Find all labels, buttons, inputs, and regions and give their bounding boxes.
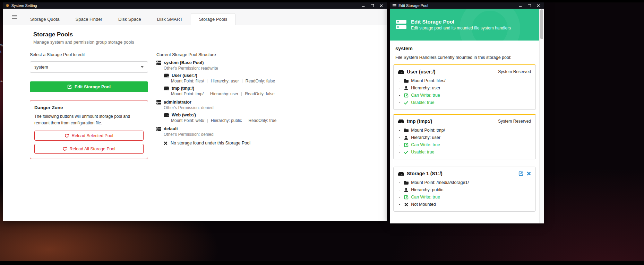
edit-window-titlebar[interactable]: Edit Storage Pool (390, 2, 544, 9)
desktop-icon-label-fragment: t (0, 50, 1, 53)
pool-name: administrator (164, 100, 191, 105)
tab-disk-space[interactable]: Disk Space (110, 13, 149, 25)
edit-pool-header-banner: Edit Storage Pool Edit storage pool and … (390, 9, 539, 41)
handler-card-storage1: Storage 1 (S1:/) Mount Point: /media/sto… (393, 167, 536, 212)
server-icon (156, 127, 161, 131)
folder-icon (403, 79, 409, 83)
storage-pool-select[interactable]: system (30, 61, 148, 73)
handler-cards: User (user:/) System Reserved Mount Poin… (393, 64, 536, 212)
handler-card-tmp: tmp (tmp:/) System Reserved Mount Point:… (393, 114, 536, 159)
danger-zone-title: Danger Zone (34, 105, 144, 110)
maximize-button[interactable] (371, 4, 374, 7)
user-icon (403, 135, 409, 140)
folder-icon (403, 129, 409, 132)
server-icon (156, 100, 161, 105)
menu-icon (393, 4, 396, 7)
reload-all-storage-pool-button[interactable]: Reload All Storage Pool (34, 144, 144, 154)
close-button[interactable] (537, 4, 540, 7)
usable-text: Usable: true (411, 100, 434, 105)
storage-name: tmp (tmp:/) (172, 86, 194, 91)
pool-permission: Other's Permission: denied (164, 132, 364, 137)
selected-pool-value: system (34, 65, 48, 70)
empty-pool-message: No storage found under this Storage Pool (171, 141, 250, 145)
pool-administrator: administrator Other's Permission: denied… (156, 100, 364, 123)
scrollbar-track[interactable] (539, 9, 544, 223)
system-setting-titlebar[interactable]: ⚙ System Setting (3, 2, 387, 9)
readonly: ReadOnly: true (248, 118, 276, 123)
system-reserved-badge: System Reserved (498, 69, 531, 74)
maximize-button[interactable] (528, 4, 531, 7)
tab-disk-smart[interactable]: Disk SMART (149, 13, 191, 25)
divider (207, 92, 207, 96)
divider (242, 79, 242, 83)
reload-selected-pool-button[interactable]: Reload Selected Pool (34, 131, 144, 141)
danger-zone-description: The following buttons will unmount stora… (34, 113, 142, 126)
not-mounted-text: Not Mounted (411, 202, 436, 207)
readonly: ReadOnly: false (246, 79, 275, 83)
hierarchy-text: Hierarchy: user (411, 135, 440, 140)
pool-default: default Other's Permission: denied No st… (156, 126, 364, 145)
mount-point-text: Mount Point: files/ (411, 78, 445, 83)
taskbar (0, 261, 644, 265)
desktop-top-strip (0, 0, 644, 2)
edit-pool-content: Edit Storage Pool Edit storage pool and … (390, 9, 539, 223)
storage-user: User (user:/) Mount Point: files/ Hierar… (164, 73, 364, 83)
pool-permission: Other's Permission: readwrite (164, 66, 364, 71)
menu-icon[interactable] (6, 9, 22, 25)
scrollbar-thumb[interactable] (540, 9, 543, 39)
tab-storage-pools[interactable]: Storage Pools (191, 13, 236, 25)
edit-icon (403, 143, 409, 147)
tab-storage-quota[interactable]: Storage Quota (22, 13, 68, 25)
handler-card-user: User (user:/) System Reserved Mount Poin… (393, 64, 536, 110)
edit-storage-pool-button-label: Edit Storage Pool (75, 85, 111, 89)
folder-icon (403, 181, 409, 185)
handlers-label: File System Handlers currently mounted i… (395, 55, 534, 60)
check-icon (403, 101, 409, 105)
hdd-icon (164, 86, 169, 90)
can-write-text: Can Write: true (411, 142, 440, 147)
edit-icon (67, 85, 72, 89)
system-reserved-badge: System Reserved (498, 119, 531, 124)
minimize-button[interactable] (362, 4, 365, 7)
refresh-icon (62, 147, 67, 151)
divider (245, 119, 245, 123)
handler-title: tmp (tmp:/) (407, 118, 432, 124)
pool-system: system (Base Pool) Other's Permission: r… (156, 60, 364, 96)
server-icon (156, 61, 161, 65)
hierarchy-text: Hierarchy: public (411, 187, 443, 192)
user-icon (403, 86, 409, 90)
check-icon (403, 150, 409, 154)
edit-storage-pool-window: Edit Storage Pool Edit Storage Pool Edit… (390, 2, 544, 223)
reload-all-storage-pool-label: Reload All Storage Pool (69, 147, 115, 151)
page-title: Storage Pools (33, 31, 73, 38)
divider (241, 92, 242, 96)
divider (207, 79, 207, 83)
storage-pool-tree: system (Base Pool) Other's Permission: r… (156, 60, 364, 149)
page-subtitle: Manage system and permission group stora… (33, 40, 134, 45)
reload-selected-pool-label: Reload Selected Pool (71, 133, 113, 138)
banner-watermark (460, 9, 520, 41)
close-button[interactable] (380, 4, 383, 7)
gear-icon: ⚙ (6, 3, 9, 8)
mount-point: Mount Point: web/ (171, 118, 204, 123)
select-pool-label: Select a Storage Pool to edit (30, 52, 85, 57)
mount-point: Mount Point: files/ (171, 79, 204, 83)
minimize-button[interactable] (519, 4, 522, 7)
refresh-icon (65, 133, 69, 138)
structure-label: Current Storage Pool Structure (156, 52, 216, 57)
hdd-icon (398, 119, 404, 124)
tab-space-finder[interactable]: Space Finder (68, 13, 110, 25)
handler-title: User (user:/) (407, 69, 435, 74)
hdd-icon (398, 70, 404, 74)
hierarchy: Hierarchy: public (211, 118, 242, 123)
hierarchy: Hierarchy: user (210, 91, 238, 96)
mount-point-text: Mount Point: /media/storage1/ (411, 180, 469, 185)
remove-storage-button[interactable] (527, 171, 531, 176)
pool-permission: Other's Permission: denied (164, 105, 364, 110)
edit-storage-pool-button[interactable]: Edit Storage Pool (30, 81, 148, 92)
user-icon (403, 188, 409, 192)
mount-point: Mount Point: tmp/ (171, 91, 204, 96)
edit-storage-button[interactable] (518, 171, 523, 176)
edit-icon (403, 93, 409, 98)
storage-pools-page: Storage Pools Manage system and permissi… (3, 25, 387, 221)
